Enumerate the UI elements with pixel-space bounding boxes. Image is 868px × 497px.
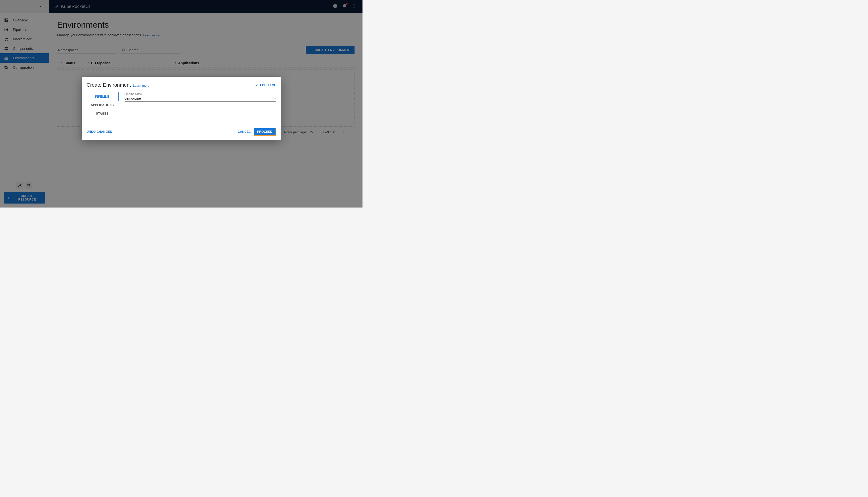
proceed-button[interactable]: PROCEED: [254, 128, 276, 136]
tab-pipeline[interactable]: PIPELINE: [87, 93, 118, 101]
info-icon[interactable]: [272, 97, 276, 100]
undo-changes-button[interactable]: UNDO CHANGES: [87, 130, 112, 133]
pipeline-name-input[interactable]: [125, 96, 272, 100]
pencil-icon: [255, 83, 259, 87]
edit-yaml-button[interactable]: EDIT YAML: [255, 83, 276, 87]
modal-overlay: Create Environment Learn more. EDIT YAML…: [0, 0, 362, 208]
create-environment-dialog: Create Environment Learn more. EDIT YAML…: [82, 77, 281, 140]
dialog-tabs: PIPELINE APPLICATIONS STAGES: [87, 93, 119, 118]
pipeline-name-label: Pipeline name: [125, 93, 276, 96]
tab-stages[interactable]: STAGES: [87, 109, 118, 118]
cancel-button[interactable]: CANCEL: [238, 130, 251, 133]
dialog-title: Create Environment: [87, 82, 131, 88]
tab-applications[interactable]: APPLICATIONS: [87, 101, 118, 109]
pipeline-name-field: Pipeline name: [125, 93, 276, 102]
svg-point-7: [274, 98, 274, 98]
dialog-learn-more-link[interactable]: Learn more.: [133, 84, 150, 87]
